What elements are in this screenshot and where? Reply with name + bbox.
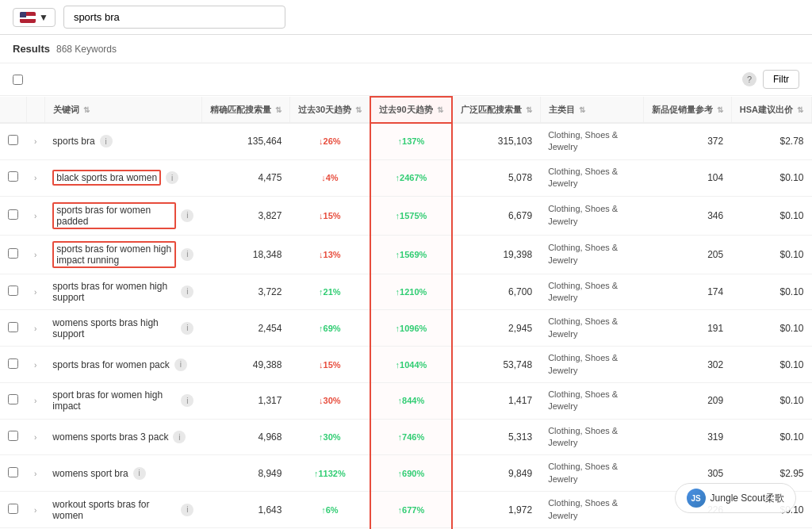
row-expand-cell[interactable]: ›	[26, 419, 44, 455]
row-expand-cell[interactable]: ›	[26, 492, 44, 528]
col-header-new-launch[interactable]: 新品促销量参考 ⇅	[643, 97, 731, 123]
keyword-info-icon[interactable]: i	[100, 135, 113, 148]
row-expand-cell[interactable]: ›	[26, 235, 44, 274]
expand-icon[interactable]: ›	[34, 212, 36, 220]
row-checkbox-cell[interactable]	[0, 159, 26, 196]
results-label: Results	[13, 43, 50, 55]
trend-30-value: ↑1132%	[314, 469, 346, 478]
row-expand-cell[interactable]: ›	[26, 455, 44, 492]
col-header-90day[interactable]: 过去90天趋势 ⇅	[370, 97, 451, 123]
row-checkbox-cell[interactable]	[0, 196, 26, 235]
row-checkbox[interactable]	[8, 171, 18, 182]
row-expand-cell[interactable]: ›	[26, 123, 44, 159]
expand-icon[interactable]: ›	[34, 361, 36, 370]
table-header-row: 关键词 ⇅ 精确匹配搜索量 ⇅ 过去30天趋势 ⇅ 过去90天趋势 ⇅ 广泛匹配…	[0, 97, 812, 123]
row-checkbox[interactable]	[8, 286, 18, 296]
row-checkbox[interactable]	[8, 504, 18, 514]
row-checkbox[interactable]	[8, 431, 18, 441]
keyword-info-icon[interactable]: i	[181, 248, 193, 261]
row-checkbox-cell[interactable]	[0, 347, 26, 383]
row-expand-cell[interactable]: ›	[26, 159, 44, 196]
row-checkbox[interactable]	[8, 467, 18, 477]
row-checkbox-cell[interactable]	[0, 455, 26, 492]
expand-icon[interactable]: ›	[34, 397, 36, 405]
keyword-info-icon[interactable]: i	[173, 431, 186, 443]
row-checkbox-cell[interactable]	[0, 274, 26, 310]
keyword-cell: womens sport bra i	[52, 467, 193, 480]
row-expand-cell[interactable]: ›	[26, 310, 44, 347]
row-checkbox[interactable]	[8, 209, 18, 220]
keyword-info-icon[interactable]: i	[174, 358, 187, 371]
row-checkbox[interactable]	[8, 322, 18, 332]
row-checkbox-cell[interactable]	[0, 492, 26, 528]
table-row: › sports bras for women high impact runn…	[0, 235, 812, 274]
toolbar-left	[13, 75, 23, 85]
expand-icon[interactable]: ›	[34, 288, 36, 297]
row-checkbox[interactable]	[8, 394, 18, 404]
expand-icon[interactable]: ›	[34, 174, 36, 182]
expand-icon[interactable]: ›	[34, 324, 36, 333]
search-input[interactable]	[63, 6, 285, 29]
keyword-info-icon[interactable]: i	[181, 504, 193, 516]
keyword-sort-icon[interactable]: ⇅	[83, 105, 90, 114]
select-all-checkbox[interactable]	[13, 75, 23, 85]
col-header-expand	[26, 97, 44, 123]
expand-icon[interactable]: ›	[34, 251, 36, 259]
row-checkbox-cell[interactable]	[0, 419, 26, 455]
col-header-hsa[interactable]: HSA建议出价 ⇅	[731, 97, 811, 123]
row-checkbox[interactable]	[8, 135, 18, 145]
row-category-cell: Clothing, Shoes & Jewelry	[540, 159, 643, 196]
row-checkbox-cell[interactable]	[0, 123, 26, 159]
row-expand-cell[interactable]: ›	[26, 274, 44, 310]
keyword-text: workout sports bras for women	[52, 499, 176, 521]
row-90day-cell: ↑746%	[370, 419, 451, 455]
90day-sort-icon[interactable]: ⇅	[437, 105, 443, 114]
broad-sort-icon[interactable]: ⇅	[526, 105, 532, 114]
30day-sort-icon[interactable]: ⇅	[355, 105, 362, 114]
col-header-category[interactable]: 主类目 ⇅	[540, 97, 643, 123]
row-new-launch-cell: 191	[643, 310, 731, 347]
row-keyword-cell: sports bras for women high support i	[44, 274, 201, 310]
expand-icon[interactable]: ›	[34, 506, 36, 515]
keyword-info-icon[interactable]: i	[181, 209, 193, 222]
filter-button[interactable]: Filtr	[763, 70, 799, 89]
help-icon[interactable]: ?	[742, 72, 756, 86]
keyword-info-icon[interactable]: i	[181, 394, 193, 407]
expand-icon[interactable]: ›	[34, 470, 36, 478]
col-header-30day[interactable]: 过去30天趋势 ⇅	[289, 97, 370, 123]
row-90day-cell: ↑677%	[370, 492, 451, 528]
flag-selector[interactable]: ▼	[13, 8, 56, 27]
row-expand-cell[interactable]: ›	[26, 196, 44, 235]
row-checkbox-cell[interactable]	[0, 235, 26, 274]
keyword-info-icon[interactable]: i	[181, 322, 193, 335]
expand-icon[interactable]: ›	[34, 137, 36, 146]
row-checkbox[interactable]	[8, 248, 18, 259]
expand-icon[interactable]: ›	[34, 433, 36, 442]
row-90day-cell: ↑1096%	[370, 310, 451, 347]
category-sort-icon[interactable]: ⇅	[579, 105, 585, 114]
row-exact-search-cell: 8,949	[201, 455, 289, 492]
col-header-exact-search[interactable]: 精确匹配搜索量 ⇅	[201, 97, 289, 123]
trend-90-value: ↑1575%	[396, 211, 427, 220]
row-expand-cell[interactable]: ›	[26, 347, 44, 383]
row-broad-search-cell: 19,398	[452, 235, 541, 274]
trend-30-value: ↑69%	[319, 324, 341, 333]
col-header-broad-search[interactable]: 广泛匹配搜索量 ⇅	[452, 97, 541, 123]
row-checkbox-cell[interactable]	[0, 310, 26, 347]
row-expand-cell[interactable]: ›	[26, 382, 44, 419]
exact-sort-icon[interactable]: ⇅	[275, 105, 282, 114]
trend-30-value: ↓4%	[321, 173, 338, 182]
new-launch-sort-icon[interactable]: ⇅	[717, 105, 723, 114]
keyword-cell: sports bras for women padded i	[52, 202, 193, 229]
keyword-info-icon[interactable]: i	[181, 286, 193, 298]
row-hsa-cell: $0.10	[731, 159, 811, 196]
keyword-cell: womens sports bras 3 pack i	[52, 431, 193, 443]
row-checkbox[interactable]	[8, 358, 18, 369]
keyword-cell: sports bra i	[52, 135, 193, 148]
row-checkbox-cell[interactable]	[0, 382, 26, 419]
keyword-info-icon[interactable]: i	[133, 467, 146, 480]
hsa-sort-icon[interactable]: ⇅	[797, 105, 803, 114]
col-header-keyword[interactable]: 关键词 ⇅	[44, 97, 201, 123]
keyword-info-icon[interactable]: i	[166, 171, 178, 184]
row-new-launch-cell: 174	[643, 274, 731, 310]
